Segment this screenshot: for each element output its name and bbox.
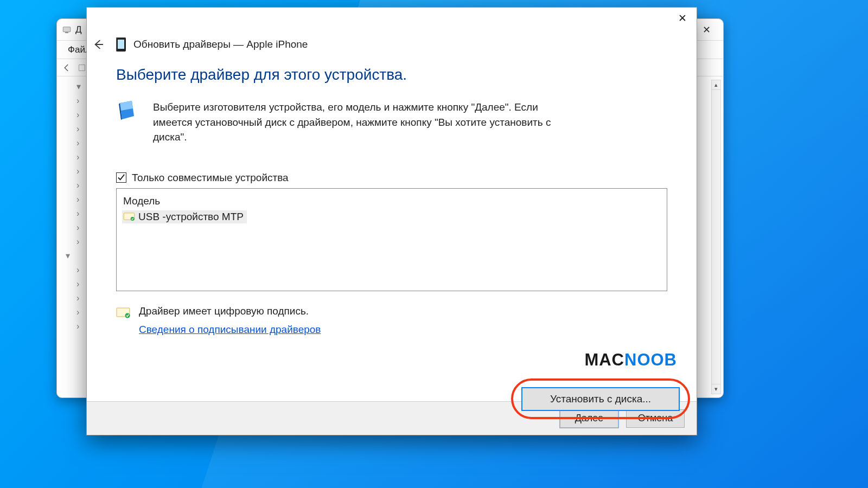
checkbox-icon xyxy=(116,172,126,183)
dialog-heading: Выберите драйвер для этого устройства. xyxy=(116,66,667,84)
dialog-title: Обновить драйверы — Apple iPhone xyxy=(133,38,308,50)
dialog-body: Выберите драйвер для этого устройства. В… xyxy=(87,57,697,401)
scroll-up-icon[interactable]: ▴ xyxy=(712,80,720,90)
svg-rect-2 xyxy=(79,65,85,70)
device-manager-title: Д xyxy=(75,24,82,35)
device-category-icon xyxy=(116,100,138,121)
close-button[interactable]: ✕ xyxy=(668,8,697,28)
phone-device-icon xyxy=(116,37,126,52)
install-from-disk-button[interactable]: Установить с диска... xyxy=(521,387,680,411)
model-list[interactable]: Модель USB -устройство MTP xyxy=(116,188,667,291)
toolbar-back-icon[interactable] xyxy=(60,62,73,73)
close-icon[interactable]: ✕ xyxy=(694,19,719,40)
svg-rect-1 xyxy=(65,32,68,33)
signature-status: Драйвер имеет цифровую подпись. xyxy=(139,305,321,317)
scroll-down-icon[interactable]: ▾ xyxy=(712,384,720,394)
compatible-only-checkbox[interactable]: Только совместимые устройства xyxy=(116,172,667,184)
watermark-brand: MACNOOB xyxy=(584,350,677,370)
model-list-item[interactable]: USB -устройство MTP xyxy=(122,210,247,223)
compatible-only-label: Только совместимые устройства xyxy=(132,172,289,184)
certificate-icon xyxy=(123,213,135,221)
dialog-instruction: Выберите изготовителя устройства, его мо… xyxy=(153,100,576,145)
model-list-header: Модель xyxy=(122,193,661,210)
device-manager-scrollbar[interactable]: ▴ ▾ xyxy=(711,80,721,394)
dialog-nav: Обновить драйверы — Apple iPhone xyxy=(87,31,697,57)
install-button-highlight: Установить с диска... xyxy=(511,378,690,419)
model-item-label: USB -устройство MTP xyxy=(138,211,244,223)
dialog-titlebar: ✕ xyxy=(87,8,697,31)
update-driver-dialog: ✕ Обновить драйверы — Apple iPhone Выбер… xyxy=(86,7,697,435)
device-manager-icon xyxy=(61,24,72,35)
back-button[interactable] xyxy=(91,37,106,52)
signature-certificate-icon xyxy=(116,307,130,319)
svg-rect-0 xyxy=(63,27,71,31)
signature-info-link[interactable]: Сведения о подписывании драйверов xyxy=(139,324,321,336)
